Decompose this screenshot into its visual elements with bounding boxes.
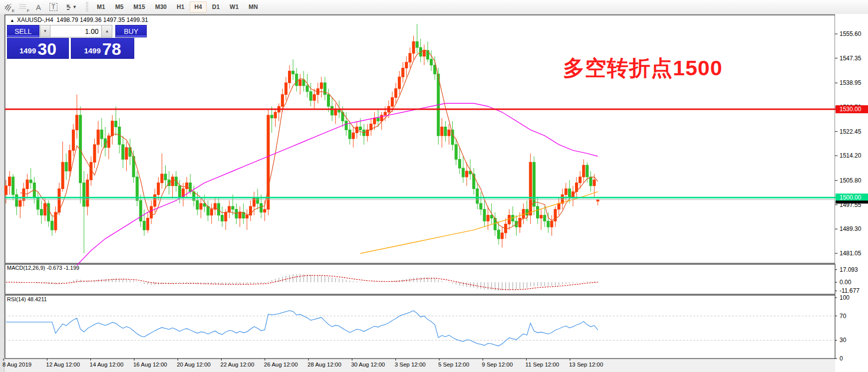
candle-body xyxy=(522,209,525,218)
candle-body xyxy=(47,203,50,221)
candle-body xyxy=(352,133,354,139)
timeframe-button-h1[interactable]: H1 xyxy=(172,1,189,12)
timeframe-button-h4[interactable]: H4 xyxy=(190,1,206,12)
candle-body xyxy=(589,177,592,186)
candle-body xyxy=(384,112,386,115)
collapse-arrow-icon[interactable]: ▲ xyxy=(10,18,14,23)
candle-body xyxy=(289,71,291,83)
sell-quote[interactable]: 1499 30 xyxy=(7,38,69,59)
volume-increase-button[interactable]: ▲ xyxy=(101,25,112,37)
cursor-tool-icon[interactable]: ▼ xyxy=(62,1,79,13)
candle-body xyxy=(306,86,308,92)
candle-body xyxy=(430,59,433,65)
candle-body xyxy=(164,174,167,180)
current-price-marker xyxy=(836,200,868,203)
candle-body xyxy=(161,174,163,183)
text-label-icon[interactable]: A xyxy=(32,1,45,13)
candle-body xyxy=(402,68,404,77)
candle-body xyxy=(97,130,99,145)
candle-body xyxy=(19,200,21,206)
timeframe-button-mn[interactable]: MN xyxy=(244,1,263,12)
rsi-scale-label: 30 xyxy=(840,337,847,344)
candle-body xyxy=(29,180,32,183)
rsi-plot[interactable] xyxy=(5,295,835,359)
candle-body xyxy=(462,168,464,177)
time-tick-label: 28 Aug 12:00 xyxy=(307,362,341,368)
candle-body xyxy=(86,180,89,206)
price-tick-label: 1555.60 xyxy=(840,30,862,37)
candle-body xyxy=(239,212,241,218)
candle-body xyxy=(281,95,284,107)
candle-body xyxy=(483,209,486,221)
candle-body xyxy=(246,215,248,218)
candle-body xyxy=(264,209,266,212)
time-tick-label: 8 Aug 2019 xyxy=(2,362,31,368)
volume-input[interactable] xyxy=(50,25,101,37)
candle-body xyxy=(143,221,145,230)
candle-body xyxy=(26,180,28,189)
candle-body xyxy=(115,121,117,127)
candle-body xyxy=(76,115,78,130)
text-box-icon[interactable]: T xyxy=(47,1,60,13)
candle-body xyxy=(178,186,181,198)
indicators-icon[interactable]: E xyxy=(2,1,15,13)
macd-label: MACD(12,26,9) -0.673 -1.199 xyxy=(7,265,79,271)
candle-body xyxy=(210,209,213,215)
volume-decrease-button[interactable]: ▼ xyxy=(40,25,51,37)
sell-button[interactable]: SELL xyxy=(7,25,39,37)
rsi-label: RSI(14) 48.4211 xyxy=(7,296,47,302)
buy-button[interactable]: BUY xyxy=(115,25,147,37)
candle-body xyxy=(12,177,14,194)
candle-body xyxy=(295,74,298,86)
candle-body xyxy=(579,177,581,183)
timeframe-button-w1[interactable]: W1 xyxy=(225,1,243,12)
candle-body xyxy=(444,127,447,136)
candle-body xyxy=(83,183,85,206)
timeframe-button-m15[interactable]: M15 xyxy=(129,1,149,12)
candle-body xyxy=(487,215,489,221)
price-line-label: 1530.00 xyxy=(840,106,862,113)
candle-body xyxy=(377,118,379,121)
candle-body xyxy=(359,127,362,130)
grid-icon[interactable]: F xyxy=(17,1,30,13)
candle-body xyxy=(100,130,103,139)
candle-body xyxy=(285,83,287,95)
candle-body xyxy=(154,194,156,206)
candle-body xyxy=(582,165,585,177)
timeframe-button-m30[interactable]: M30 xyxy=(151,1,171,12)
candle-body xyxy=(107,136,110,148)
time-tick-label: 3 Sep 12:00 xyxy=(395,362,426,368)
price-tick-label: 1538.95 xyxy=(840,79,862,86)
candle-body xyxy=(309,92,312,101)
candle-body xyxy=(274,112,277,118)
candle-body xyxy=(391,97,393,106)
candle-body xyxy=(36,197,39,209)
price-line-label: 1500.00 xyxy=(840,194,862,201)
symbol-period-label: XAUUSD-,H4 xyxy=(17,16,53,23)
candle-body xyxy=(423,50,425,56)
buy-quote[interactable]: 1499 78 xyxy=(71,38,134,59)
time-tick-label: 26 Aug 12:00 xyxy=(264,362,298,368)
macd-scale-label: -11.677 xyxy=(840,287,860,294)
timeframe-button-m5[interactable]: M5 xyxy=(111,1,128,12)
candle-body xyxy=(232,206,234,209)
candle-body xyxy=(271,115,273,118)
chart-canvas[interactable]: 1555.601547.351538.951530.701522.451514.… xyxy=(0,14,868,372)
sell-price-small: 1499 xyxy=(19,44,36,57)
candle-body xyxy=(15,194,18,206)
chart-annotation-text: 多空转折点1500 xyxy=(563,54,723,83)
timeframe-button-m1[interactable]: M1 xyxy=(92,1,110,12)
candle-body xyxy=(257,197,259,203)
candle-body xyxy=(519,218,521,227)
candle-body xyxy=(8,177,11,186)
candle-body xyxy=(501,233,504,239)
price-tick-label: 1522.45 xyxy=(840,128,862,135)
macd-scale-label: 17.093 xyxy=(840,266,858,273)
toolbar-grip[interactable] xyxy=(86,2,88,12)
candle-body xyxy=(540,215,543,218)
timeframe-button-d1[interactable]: D1 xyxy=(208,1,224,12)
candle-body xyxy=(44,203,46,215)
candle-body xyxy=(441,127,443,136)
candle-body xyxy=(313,95,315,101)
candle-body xyxy=(490,215,493,218)
